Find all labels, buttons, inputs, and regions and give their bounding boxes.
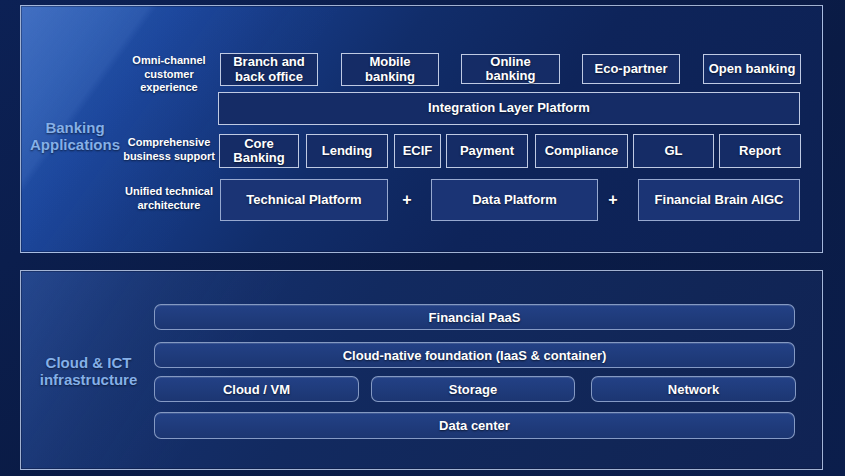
box-lending: Lending: [306, 134, 388, 168]
banking-applications-panel: Banking Applications Omni-channel custom…: [20, 5, 823, 253]
cloud-ict-infrastructure-panel: Cloud & ICT infrastructure Financial Paa…: [20, 270, 823, 470]
box-eco-partner: Eco-partner: [582, 54, 680, 84]
caption-technical-line1: Unified technical: [109, 185, 229, 199]
caption-comprehensive-business-support: Comprehensive business support: [109, 136, 229, 163]
box-compliance: Compliance: [535, 134, 628, 168]
caption-business-line2: business support: [109, 150, 229, 164]
box-technical-platform: Technical Platform: [220, 179, 388, 221]
box-mobile-banking: Mobile banking: [341, 53, 439, 86]
caption-technical-line2: architecture: [109, 199, 229, 213]
box-data-platform: Data Platform: [431, 179, 598, 221]
box-branch-and-back-office: Branch and back office: [220, 53, 318, 86]
plus-sign-2: +: [603, 190, 623, 210]
box-core-banking: Core Banking: [219, 134, 299, 168]
banking-title-line1: Banking: [21, 119, 129, 136]
box-integration-layer-platform: Integration Layer Platform: [218, 92, 800, 125]
box-financial-brain-aigc: Financial Brain AIGC: [638, 179, 800, 221]
box-open-banking: Open banking: [703, 54, 801, 84]
box-report: Report: [719, 134, 801, 168]
box-cloud-vm: Cloud / VM: [154, 376, 359, 402]
caption-unified-technical-architecture: Unified technical architecture: [109, 185, 229, 212]
box-data-center: Data center: [154, 412, 795, 439]
box-payment: Payment: [446, 134, 528, 168]
box-ecif: ECIF: [394, 134, 441, 168]
cloud-panel-title: Cloud & ICT infrastructure: [21, 354, 156, 388]
box-financial-paas: Financial PaaS: [154, 304, 795, 330]
caption-omni-line3: experience: [119, 81, 219, 95]
cloud-title-line2: infrastructure: [21, 371, 156, 388]
caption-omni-line2: customer: [119, 68, 219, 82]
box-cloud-native-foundation: Cloud-native foundation (IaaS & containe…: [154, 342, 795, 368]
box-online-banking: Online banking: [461, 54, 560, 84]
caption-omni-line1: Omni-channel: [119, 54, 219, 68]
cloud-title-line1: Cloud & ICT: [21, 354, 156, 371]
plus-sign-1: +: [397, 190, 417, 210]
box-storage: Storage: [371, 376, 575, 402]
box-gl: GL: [633, 134, 714, 168]
caption-omni-channel-customer-experience: Omni-channel customer experience: [119, 54, 219, 95]
box-network: Network: [591, 376, 796, 402]
caption-business-line1: Comprehensive: [109, 136, 229, 150]
